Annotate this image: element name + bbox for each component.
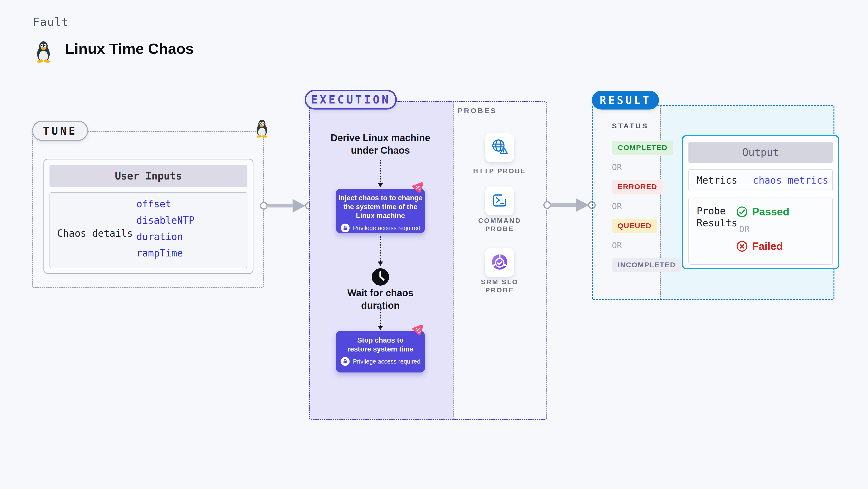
or-separator: OR <box>612 201 622 211</box>
inject-chaos-box: Inject chaos to to change the system tim… <box>336 189 425 233</box>
privilege-badge-text: Privilege access required <box>353 225 420 232</box>
dotted-arrow-head-1 <box>378 183 383 187</box>
x-circle-icon <box>736 240 748 252</box>
failed-label: Failed <box>752 240 783 252</box>
command-probe-label: COMMAND PROBE <box>452 217 547 233</box>
privilege-badge-2: Privilege access required <box>340 357 420 366</box>
diagram-canvas: Fault Linux Time Chaos TUNE User Inputs … <box>0 0 868 489</box>
output-card: Output Metrics chaos metrics Probe Resul… <box>682 135 839 269</box>
privilege-badge: Privilege access required <box>340 223 420 233</box>
terminal-icon <box>490 191 509 211</box>
status-column: STATUS COMPLETED OR ERRORED OR QUEUED OR… <box>612 122 681 272</box>
http-probe-card <box>485 133 514 162</box>
chaos-burst-icon <box>411 181 425 194</box>
stop-chaos-box: Stop chaos to restore system time Privil… <box>336 331 425 372</box>
input-link-disablentp[interactable]: disableNTP <box>136 212 194 228</box>
srm-slo-probe-card <box>485 248 514 277</box>
srm-slo-probe-label: SRM SLO PROBE <box>452 278 547 294</box>
connector-bar-execution-result <box>550 203 578 207</box>
fault-kind-label: Fault <box>33 15 68 29</box>
probes-section-label: PROBES <box>458 107 497 115</box>
user-inputs-card: User Inputs Chaos details offset disable… <box>43 159 253 274</box>
dotted-arrow-line-2 <box>380 236 381 262</box>
chaos-details-label: Chaos details <box>57 228 133 239</box>
dotted-arrow-head-3 <box>378 326 383 330</box>
command-probe-card <box>485 187 514 216</box>
connector-dot-probes <box>544 201 551 209</box>
linux-tux-icon <box>33 37 54 67</box>
probe-results-row: Probe Results Passed OR Failed <box>688 198 833 265</box>
http-probe-label: HTTP PROBE <box>452 167 547 175</box>
output-header: Output <box>688 141 833 163</box>
tune-pill: TUNE <box>32 121 88 141</box>
status-label: STATUS <box>612 122 649 130</box>
status-badge-completed: COMPLETED <box>612 141 673 155</box>
metrics-label: Metrics <box>696 175 737 186</box>
derive-step-text: Derive Linux machine under Chaos <box>308 131 453 157</box>
metrics-row: Metrics chaos metrics <box>688 169 833 191</box>
chaos-burst-icon <box>411 323 425 337</box>
execution-pill: EXECUTION <box>305 90 397 109</box>
failed-result: Failed <box>736 240 789 252</box>
globe-warning-icon <box>490 137 509 158</box>
clock-icon <box>371 268 390 286</box>
probe-results-label: Probe Results <box>696 205 737 229</box>
passed-result: Passed <box>736 206 789 218</box>
chaos-metrics-link[interactable]: chaos metrics <box>753 175 829 186</box>
wait-step-text: Wait for chaos duration <box>308 287 453 312</box>
input-link-ramptime[interactable]: rampTime <box>136 245 194 261</box>
input-link-offset[interactable]: offset <box>136 196 194 212</box>
input-link-duration[interactable]: duration <box>136 228 194 245</box>
lock-icon <box>340 357 350 366</box>
or-separator: OR <box>612 162 622 172</box>
user-inputs-body: Chaos details offset disableNTP duration… <box>50 192 247 268</box>
dotted-arrow-head-2 <box>378 262 383 266</box>
status-badge-errored: ERRORED <box>612 180 663 194</box>
check-circle-icon <box>736 206 748 218</box>
privilege-badge-text-2: Privilege access required <box>353 358 420 365</box>
result-pill: RESULT <box>592 91 659 109</box>
stop-chaos-text: Stop chaos to restore system time <box>347 336 413 354</box>
linux-tux-small-icon <box>253 116 270 141</box>
dotted-arrow-line-3 <box>380 309 381 326</box>
status-badge-queued: QUEUED <box>612 219 657 233</box>
inject-chaos-text: Inject chaos to to change the system tim… <box>338 193 423 220</box>
passed-label: Passed <box>752 206 789 218</box>
or-separator: OR <box>739 224 789 234</box>
page-title: Linux Time Chaos <box>65 40 194 57</box>
connector-arrowhead-tune-execution <box>292 199 306 213</box>
dotted-arrow-line-1 <box>380 160 381 183</box>
connector-arrowhead-execution-result <box>576 198 589 212</box>
lock-icon <box>340 223 350 233</box>
connector-bar-tune-execution <box>267 204 294 207</box>
user-inputs-header: User Inputs <box>50 165 247 187</box>
slo-donut-check-icon <box>490 252 509 272</box>
status-badge-incompleted: INCOMPLETED <box>612 258 681 272</box>
or-separator: OR <box>612 240 622 250</box>
